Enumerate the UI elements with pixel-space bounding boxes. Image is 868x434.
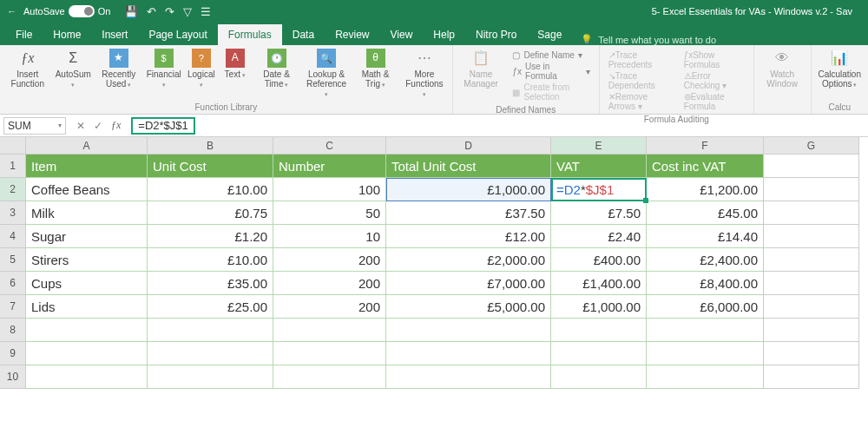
back-icon[interactable]: ←	[7, 6, 16, 16]
row-header[interactable]: 1	[0, 155, 26, 178]
cell[interactable]	[764, 155, 859, 178]
redo-icon[interactable]: ↷	[165, 5, 174, 18]
tab-data[interactable]: Data	[282, 24, 325, 45]
spreadsheet-grid[interactable]: A B C D E F G 1 Item Unit Cost Number To…	[0, 137, 868, 389]
cell[interactable]: Stirers	[26, 248, 148, 272]
header-cell[interactable]: Cost inc VAT	[647, 155, 764, 178]
cell[interactable]: £25.00	[148, 295, 273, 319]
cell[interactable]	[647, 365, 764, 389]
cell[interactable]: Coffee Beans	[26, 178, 148, 201]
tab-review[interactable]: Review	[325, 24, 379, 45]
cell[interactable]	[764, 365, 859, 389]
logical-button[interactable]: ?Logical	[185, 47, 218, 90]
cell[interactable]: £8,400.00	[647, 272, 764, 295]
cell[interactable]: £1.20	[148, 225, 273, 248]
tab-help[interactable]: Help	[423, 24, 465, 45]
cell[interactable]	[386, 319, 551, 342]
row-header[interactable]: 7	[0, 295, 26, 319]
cell[interactable]: £10.00	[148, 178, 273, 201]
cell[interactable]: £35.00	[148, 272, 273, 295]
tab-formulas[interactable]: Formulas	[218, 24, 282, 45]
cell[interactable]: £10.00	[148, 248, 273, 272]
row-header[interactable]: 2	[0, 178, 26, 201]
cell[interactable]: Cups	[26, 272, 148, 295]
header-cell[interactable]: Unit Cost	[148, 155, 273, 178]
tab-view[interactable]: View	[380, 24, 424, 45]
cancel-icon[interactable]: ✕	[76, 120, 85, 132]
cell[interactable]: £1,200.00	[647, 178, 764, 201]
row-header[interactable]: 4	[0, 225, 26, 248]
cell[interactable]	[764, 272, 859, 295]
col-header[interactable]: G	[764, 137, 859, 155]
cell[interactable]: £14.40	[647, 225, 764, 248]
cell[interactable]	[764, 248, 859, 272]
cell[interactable]: £2,000.00	[386, 248, 551, 272]
undo-icon[interactable]: ↶	[147, 5, 156, 18]
toggle-icon[interactable]	[69, 5, 95, 17]
header-cell[interactable]: Total Unit Cost	[386, 155, 551, 178]
more-functions-button[interactable]: ⋯More Functions	[400, 47, 449, 100]
cell[interactable]	[386, 365, 551, 389]
tab-sage[interactable]: Sage	[527, 24, 572, 45]
cell[interactable]	[647, 319, 764, 342]
col-header[interactable]: C	[273, 137, 386, 155]
insert-function-button[interactable]: ƒxInsert Function	[3, 47, 52, 90]
cell[interactable]	[26, 365, 148, 389]
fx-icon[interactable]: ƒx	[111, 119, 121, 132]
col-header[interactable]: A	[26, 137, 148, 155]
cell[interactable]	[273, 365, 386, 389]
cell[interactable]: 100	[273, 178, 386, 201]
header-cell[interactable]: Number	[273, 155, 386, 178]
use-in-formula-button[interactable]: ƒxUse in Formula ▾	[512, 62, 589, 81]
cell[interactable]	[273, 319, 386, 342]
cell[interactable]: 200	[273, 248, 386, 272]
cell[interactable]: 200	[273, 295, 386, 319]
row-header[interactable]: 5	[0, 248, 26, 272]
cell[interactable]	[551, 342, 647, 365]
cell[interactable]	[26, 342, 148, 365]
cell[interactable]: Milk	[26, 201, 148, 225]
formula-input[interactable]: =D2*$J$1	[131, 117, 194, 135]
tell-me-search[interactable]: 💡 Tell me what you want to do	[581, 34, 716, 45]
col-header[interactable]: D	[386, 137, 551, 155]
tab-insert[interactable]: Insert	[91, 24, 138, 45]
cell[interactable]	[647, 342, 764, 365]
cell[interactable]: £1,400.00	[551, 272, 647, 295]
cell[interactable]: £7,000.00	[386, 272, 551, 295]
cell[interactable]	[273, 342, 386, 365]
col-header[interactable]: F	[647, 137, 764, 155]
header-cell[interactable]: Item	[26, 155, 148, 178]
row-header[interactable]: 9	[0, 342, 26, 365]
cell[interactable]: £45.00	[647, 201, 764, 225]
cell[interactable]	[764, 342, 859, 365]
save-icon[interactable]: 💾	[124, 5, 138, 18]
cell-referenced[interactable]: £1,000.00	[386, 178, 551, 201]
cell[interactable]: 50	[273, 201, 386, 225]
cell[interactable]: Lids	[26, 295, 148, 319]
define-name-button[interactable]: ▢Define Name ▾	[512, 50, 589, 60]
col-header[interactable]: E	[551, 137, 647, 155]
cell[interactable]: £6,000.00	[647, 295, 764, 319]
math-button[interactable]: θMath & Trig	[352, 47, 398, 90]
row-header[interactable]: 3	[0, 201, 26, 225]
cell[interactable]	[551, 365, 647, 389]
datetime-button[interactable]: 🕐Date & Time	[253, 47, 301, 90]
cell[interactable]	[764, 201, 859, 225]
sort-icon[interactable]: ▽	[183, 5, 192, 18]
autosave-toggle[interactable]: AutoSave On	[23, 5, 110, 17]
cell[interactable]: £5,000.00	[386, 295, 551, 319]
cell[interactable]: 10	[273, 225, 386, 248]
lookup-button[interactable]: 🔍Lookup & Reference	[302, 47, 351, 100]
recently-used-button[interactable]: ★Recently Used	[95, 47, 143, 90]
cell[interactable]: 200	[273, 272, 386, 295]
name-box[interactable]: SUM	[3, 117, 66, 135]
row-header[interactable]: 8	[0, 319, 26, 342]
calculation-options-button[interactable]: 📊Calculation Options	[815, 47, 865, 90]
cell[interactable]: £2.40	[551, 225, 647, 248]
cell[interactable]	[764, 295, 859, 319]
cell[interactable]	[26, 319, 148, 342]
select-all-corner[interactable]	[0, 137, 26, 155]
cell[interactable]	[764, 319, 859, 342]
cell[interactable]: £12.00	[386, 225, 551, 248]
financial-button[interactable]: $Financial	[144, 47, 182, 90]
